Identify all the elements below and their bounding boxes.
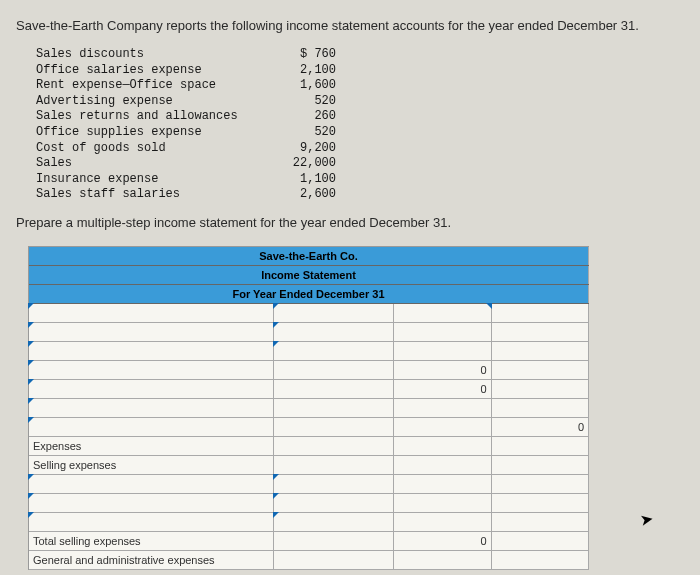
cell xyxy=(394,550,491,569)
acct-value: 2,100 xyxy=(266,63,336,79)
cell xyxy=(491,512,588,531)
acct-label: Sales discounts xyxy=(36,47,266,63)
table-row: 0 xyxy=(29,417,589,436)
acct-label: Advertising expense xyxy=(36,94,266,110)
cell xyxy=(274,455,394,474)
acct-label: Insurance expense xyxy=(36,172,266,188)
table-row xyxy=(29,493,589,512)
cell-input[interactable] xyxy=(29,322,274,341)
table-row xyxy=(29,303,589,322)
acct-label: Sales xyxy=(36,156,266,172)
instruction-text: Prepare a multiple-step income statement… xyxy=(16,215,684,230)
cell xyxy=(394,436,491,455)
cell xyxy=(491,550,588,569)
cell-input[interactable] xyxy=(274,493,394,512)
table-row: 0 xyxy=(29,360,589,379)
cell xyxy=(274,531,394,550)
cell xyxy=(274,398,394,417)
acct-value: 520 xyxy=(266,94,336,110)
cell xyxy=(491,455,588,474)
cell-input[interactable] xyxy=(29,493,274,512)
cell xyxy=(491,303,588,322)
acct-value: 1,100 xyxy=(266,172,336,188)
cell xyxy=(491,398,588,417)
cell-input[interactable] xyxy=(274,322,394,341)
cell-input[interactable] xyxy=(29,474,274,493)
sheet-period: For Year Ended December 31 xyxy=(29,284,589,303)
cell-input[interactable] xyxy=(29,360,274,379)
cell-input[interactable] xyxy=(274,303,394,322)
table-row: 0 xyxy=(29,379,589,398)
acct-value: 9,200 xyxy=(266,141,336,157)
accounts-block: Sales discounts Office salaries expense … xyxy=(36,47,684,203)
table-row: General and administrative expenses xyxy=(29,550,589,569)
cell xyxy=(274,417,394,436)
selling-expenses-label: Selling expenses xyxy=(29,455,274,474)
cell xyxy=(491,474,588,493)
cell-input[interactable] xyxy=(394,303,491,322)
cell xyxy=(491,322,588,341)
cell xyxy=(491,379,588,398)
cell-computed: 0 xyxy=(491,417,588,436)
cell xyxy=(491,531,588,550)
acct-label: Cost of goods sold xyxy=(36,141,266,157)
table-row xyxy=(29,512,589,531)
table-row: Total selling expenses 0 xyxy=(29,531,589,550)
cell xyxy=(491,493,588,512)
cell xyxy=(274,379,394,398)
spreadsheet: Save-the-Earth Co. Income Statement For … xyxy=(28,246,589,570)
acct-value: 1,600 xyxy=(266,78,336,94)
cell xyxy=(394,322,491,341)
cell xyxy=(394,417,491,436)
acct-value: 2,600 xyxy=(266,187,336,203)
cell-input[interactable] xyxy=(274,512,394,531)
cell xyxy=(274,360,394,379)
table-row xyxy=(29,398,589,417)
ga-expenses-label: General and administrative expenses xyxy=(29,550,274,569)
cell-input[interactable] xyxy=(29,417,274,436)
cell-computed: 0 xyxy=(394,360,491,379)
cell-computed: 0 xyxy=(394,531,491,550)
total-selling-label: Total selling expenses xyxy=(29,531,274,550)
cell xyxy=(394,398,491,417)
acct-value: 520 xyxy=(266,125,336,141)
cell xyxy=(274,550,394,569)
acct-label: Sales staff salaries xyxy=(36,187,266,203)
acct-label: Office salaries expense xyxy=(36,63,266,79)
problem-intro: Save-the-Earth Company reports the follo… xyxy=(16,18,684,33)
cell xyxy=(491,341,588,360)
acct-label: Sales returns and allowances xyxy=(36,109,266,125)
table-row xyxy=(29,341,589,360)
acct-label: Rent expense—Office space xyxy=(36,78,266,94)
cell xyxy=(394,493,491,512)
table-row xyxy=(29,474,589,493)
cell xyxy=(394,341,491,360)
cell-input[interactable] xyxy=(29,303,274,322)
cell-computed: 0 xyxy=(394,379,491,398)
table-row: Selling expenses xyxy=(29,455,589,474)
cell-input[interactable] xyxy=(274,474,394,493)
table-row xyxy=(29,322,589,341)
sheet-subtitle: Income Statement xyxy=(29,265,589,284)
sheet-title: Save-the-Earth Co. xyxy=(29,247,589,266)
acct-value: $ 760 xyxy=(266,47,336,63)
cell xyxy=(394,455,491,474)
expenses-label: Expenses xyxy=(29,436,274,455)
cell-input[interactable] xyxy=(274,341,394,360)
acct-value: 260 xyxy=(266,109,336,125)
cell-input[interactable] xyxy=(29,379,274,398)
cell-input[interactable] xyxy=(29,341,274,360)
acct-label: Office supplies expense xyxy=(36,125,266,141)
cell-input[interactable] xyxy=(29,398,274,417)
acct-value: 22,000 xyxy=(266,156,336,172)
cell xyxy=(491,360,588,379)
cell xyxy=(274,436,394,455)
table-row: Expenses xyxy=(29,436,589,455)
cell xyxy=(394,512,491,531)
cell xyxy=(491,436,588,455)
cell xyxy=(394,474,491,493)
cell-input[interactable] xyxy=(29,512,274,531)
